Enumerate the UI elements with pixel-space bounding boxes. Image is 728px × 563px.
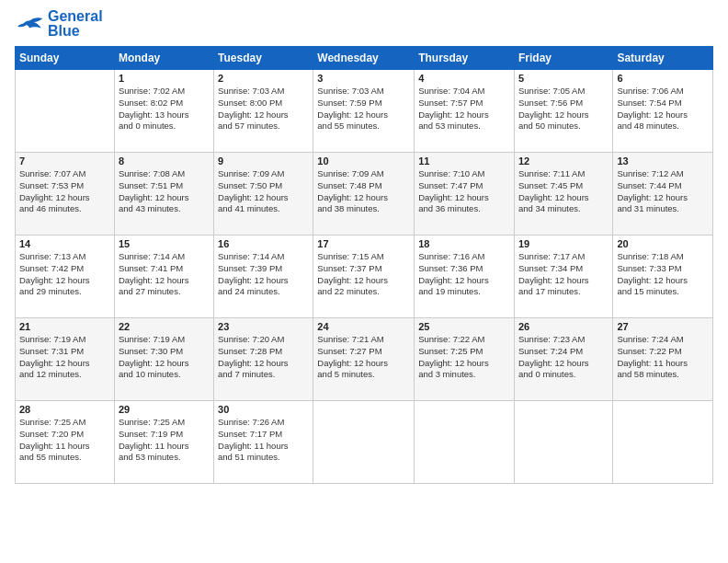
day-info: Sunrise: 7:20 AM Sunset: 7:28 PM Dayligh… xyxy=(218,334,309,381)
day-number: 17 xyxy=(317,238,410,249)
calendar-cell: 14Sunrise: 7:13 AM Sunset: 7:42 PM Dayli… xyxy=(16,236,115,318)
day-number: 13 xyxy=(617,155,709,167)
day-info: Sunrise: 7:05 AM Sunset: 7:56 PM Dayligh… xyxy=(518,86,609,132)
calendar-cell: 3Sunrise: 7:03 AM Sunset: 7:59 PM Daylig… xyxy=(313,70,415,153)
day-info: Sunrise: 7:14 AM Sunset: 7:39 PM Dayligh… xyxy=(218,251,309,298)
day-number: 12 xyxy=(518,155,609,167)
calendar-cell: 8Sunrise: 7:08 AM Sunset: 7:51 PM Daylig… xyxy=(114,153,213,236)
day-number: 7 xyxy=(19,155,110,167)
logo: General Blue xyxy=(15,9,103,39)
header-day-sunday: Sunday xyxy=(16,47,115,70)
day-number: 29 xyxy=(119,404,210,415)
calendar-cell: 22Sunrise: 7:19 AM Sunset: 7:30 PM Dayli… xyxy=(114,318,213,401)
calendar-cell: 7Sunrise: 7:07 AM Sunset: 7:53 PM Daylig… xyxy=(16,153,115,236)
day-number: 8 xyxy=(119,155,210,167)
day-number: 19 xyxy=(518,238,609,249)
calendar-header-row: SundayMondayTuesdayWednesdayThursdayFrid… xyxy=(16,47,713,70)
day-number: 25 xyxy=(418,321,510,332)
day-number: 24 xyxy=(317,321,410,332)
calendar-cell: 17Sunrise: 7:15 AM Sunset: 7:37 PM Dayli… xyxy=(313,236,415,318)
calendar-cell xyxy=(514,401,612,484)
calendar-cell: 19Sunrise: 7:17 AM Sunset: 7:34 PM Dayli… xyxy=(514,236,612,318)
logo-icon xyxy=(15,15,44,33)
day-info: Sunrise: 7:14 AM Sunset: 7:41 PM Dayligh… xyxy=(119,251,210,298)
header-day-thursday: Thursday xyxy=(415,47,515,70)
day-number: 5 xyxy=(518,73,609,84)
calendar-week-row: 7Sunrise: 7:07 AM Sunset: 7:53 PM Daylig… xyxy=(16,153,713,236)
calendar-cell: 26Sunrise: 7:23 AM Sunset: 7:24 PM Dayli… xyxy=(514,318,612,401)
day-number: 16 xyxy=(218,238,309,249)
calendar-cell: 21Sunrise: 7:19 AM Sunset: 7:31 PM Dayli… xyxy=(16,318,115,401)
calendar-cell: 10Sunrise: 7:09 AM Sunset: 7:48 PM Dayli… xyxy=(313,153,415,236)
day-number: 18 xyxy=(418,238,510,249)
calendar-cell: 5Sunrise: 7:05 AM Sunset: 7:56 PM Daylig… xyxy=(514,70,612,153)
calendar-cell xyxy=(415,401,515,484)
calendar-cell: 30Sunrise: 7:26 AM Sunset: 7:17 PM Dayli… xyxy=(214,401,313,484)
day-info: Sunrise: 7:04 AM Sunset: 7:57 PM Dayligh… xyxy=(418,86,510,132)
day-number: 20 xyxy=(617,238,709,249)
day-info: Sunrise: 7:13 AM Sunset: 7:42 PM Dayligh… xyxy=(19,251,110,298)
day-number: 21 xyxy=(19,321,110,332)
header-day-saturday: Saturday xyxy=(613,47,713,70)
calendar-cell: 1Sunrise: 7:02 AM Sunset: 8:02 PM Daylig… xyxy=(114,70,213,153)
logo-text-line2: Blue xyxy=(48,24,103,39)
calendar-cell: 24Sunrise: 7:21 AM Sunset: 7:27 PM Dayli… xyxy=(313,318,415,401)
logo-text-line1: General xyxy=(48,9,103,24)
day-info: Sunrise: 7:23 AM Sunset: 7:24 PM Dayligh… xyxy=(518,334,609,381)
day-number: 6 xyxy=(617,73,709,84)
calendar-cell: 23Sunrise: 7:20 AM Sunset: 7:28 PM Dayli… xyxy=(214,318,313,401)
day-number: 10 xyxy=(317,155,410,167)
day-number: 30 xyxy=(218,404,309,415)
day-number: 4 xyxy=(418,73,510,84)
day-number: 22 xyxy=(119,321,210,332)
calendar-week-row: 28Sunrise: 7:25 AM Sunset: 7:20 PM Dayli… xyxy=(16,401,713,484)
day-info: Sunrise: 7:25 AM Sunset: 7:19 PM Dayligh… xyxy=(119,417,210,464)
calendar-cell: 9Sunrise: 7:09 AM Sunset: 7:50 PM Daylig… xyxy=(214,153,313,236)
calendar-cell: 28Sunrise: 7:25 AM Sunset: 7:20 PM Dayli… xyxy=(16,401,115,484)
calendar-cell: 13Sunrise: 7:12 AM Sunset: 7:44 PM Dayli… xyxy=(613,153,713,236)
calendar-table: SundayMondayTuesdayWednesdayThursdayFrid… xyxy=(15,46,713,484)
calendar-cell: 20Sunrise: 7:18 AM Sunset: 7:33 PM Dayli… xyxy=(613,236,713,318)
calendar-cell: 16Sunrise: 7:14 AM Sunset: 7:39 PM Dayli… xyxy=(214,236,313,318)
day-number: 28 xyxy=(19,404,110,415)
day-info: Sunrise: 7:25 AM Sunset: 7:20 PM Dayligh… xyxy=(19,417,110,464)
header-day-tuesday: Tuesday xyxy=(214,47,313,70)
day-info: Sunrise: 7:24 AM Sunset: 7:22 PM Dayligh… xyxy=(617,334,709,381)
calendar-cell: 18Sunrise: 7:16 AM Sunset: 7:36 PM Dayli… xyxy=(415,236,515,318)
day-number: 9 xyxy=(218,155,309,167)
day-number: 14 xyxy=(19,238,110,249)
day-info: Sunrise: 7:17 AM Sunset: 7:34 PM Dayligh… xyxy=(518,251,609,298)
day-info: Sunrise: 7:15 AM Sunset: 7:37 PM Dayligh… xyxy=(317,251,410,298)
day-number: 23 xyxy=(218,321,309,332)
calendar-week-row: 1Sunrise: 7:02 AM Sunset: 8:02 PM Daylig… xyxy=(16,70,713,153)
day-info: Sunrise: 7:12 AM Sunset: 7:44 PM Dayligh… xyxy=(617,168,709,215)
day-info: Sunrise: 7:06 AM Sunset: 7:54 PM Dayligh… xyxy=(617,86,709,132)
day-info: Sunrise: 7:07 AM Sunset: 7:53 PM Dayligh… xyxy=(19,168,110,215)
header-day-monday: Monday xyxy=(114,47,213,70)
calendar-cell: 15Sunrise: 7:14 AM Sunset: 7:41 PM Dayli… xyxy=(114,236,213,318)
calendar-cell: 12Sunrise: 7:11 AM Sunset: 7:45 PM Dayli… xyxy=(514,153,612,236)
day-info: Sunrise: 7:09 AM Sunset: 7:50 PM Dayligh… xyxy=(218,168,309,215)
day-info: Sunrise: 7:22 AM Sunset: 7:25 PM Dayligh… xyxy=(418,334,510,381)
calendar-week-row: 14Sunrise: 7:13 AM Sunset: 7:42 PM Dayli… xyxy=(16,236,713,318)
day-info: Sunrise: 7:21 AM Sunset: 7:27 PM Dayligh… xyxy=(317,334,410,381)
day-info: Sunrise: 7:10 AM Sunset: 7:47 PM Dayligh… xyxy=(418,168,510,215)
day-info: Sunrise: 7:19 AM Sunset: 7:30 PM Dayligh… xyxy=(119,334,210,381)
day-info: Sunrise: 7:26 AM Sunset: 7:17 PM Dayligh… xyxy=(218,417,309,464)
calendar-cell: 6Sunrise: 7:06 AM Sunset: 7:54 PM Daylig… xyxy=(613,70,713,153)
day-number: 26 xyxy=(518,321,609,332)
calendar-cell: 25Sunrise: 7:22 AM Sunset: 7:25 PM Dayli… xyxy=(415,318,515,401)
header: General Blue xyxy=(15,9,713,39)
day-info: Sunrise: 7:03 AM Sunset: 7:59 PM Dayligh… xyxy=(317,86,410,132)
day-number: 3 xyxy=(317,73,410,84)
calendar-cell xyxy=(313,401,415,484)
calendar-cell: 27Sunrise: 7:24 AM Sunset: 7:22 PM Dayli… xyxy=(613,318,713,401)
day-info: Sunrise: 7:18 AM Sunset: 7:33 PM Dayligh… xyxy=(617,251,709,298)
day-info: Sunrise: 7:16 AM Sunset: 7:36 PM Dayligh… xyxy=(418,251,510,298)
day-info: Sunrise: 7:09 AM Sunset: 7:48 PM Dayligh… xyxy=(317,168,410,215)
day-info: Sunrise: 7:02 AM Sunset: 8:02 PM Dayligh… xyxy=(119,86,210,132)
day-number: 1 xyxy=(119,73,210,84)
calendar-cell: 29Sunrise: 7:25 AM Sunset: 7:19 PM Dayli… xyxy=(114,401,213,484)
day-info: Sunrise: 7:19 AM Sunset: 7:31 PM Dayligh… xyxy=(19,334,110,381)
day-number: 11 xyxy=(418,155,510,167)
